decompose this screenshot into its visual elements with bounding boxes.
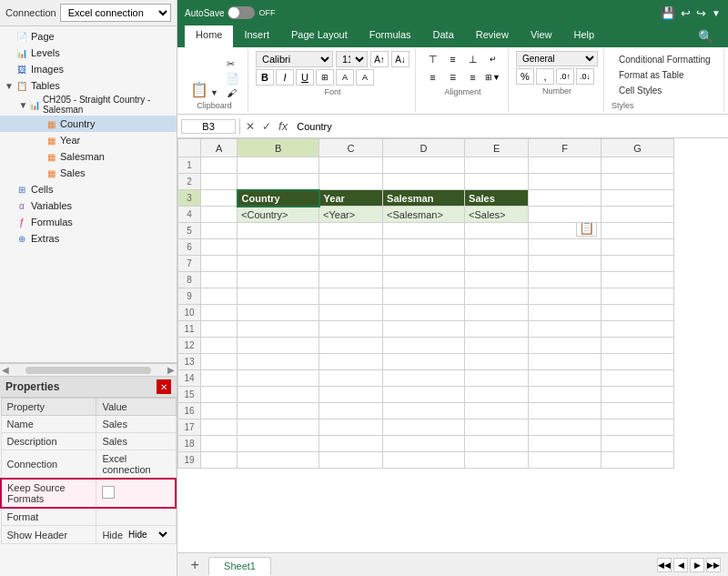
align-center-button[interactable]: ≡ bbox=[444, 69, 462, 86]
cell-a1[interactable] bbox=[201, 157, 238, 174]
col-header-a[interactable]: A bbox=[201, 139, 238, 157]
italic-button[interactable]: I bbox=[276, 69, 294, 86]
cell-c2[interactable] bbox=[319, 174, 383, 190]
cell-f3[interactable] bbox=[529, 190, 602, 207]
cell-b4[interactable]: <Country> bbox=[238, 207, 319, 223]
cell-g4[interactable] bbox=[602, 207, 674, 223]
conditional-formatting-button[interactable]: Conditional Formatting bbox=[615, 53, 714, 66]
redo-icon[interactable]: ↪ bbox=[696, 6, 706, 20]
tab-insert[interactable]: Insert bbox=[233, 25, 280, 47]
customize-icon[interactable]: ▼ bbox=[712, 8, 721, 18]
tree-item-extras[interactable]: ⊕ Extras bbox=[0, 230, 177, 247]
cell-b3[interactable]: Country bbox=[238, 190, 319, 207]
decrease-font-button[interactable]: A↓ bbox=[391, 51, 410, 67]
cell-g5[interactable] bbox=[602, 223, 674, 239]
cell-f4[interactable] bbox=[529, 207, 602, 223]
tab-page-layout[interactable]: Page Layout bbox=[280, 25, 359, 47]
paste-button[interactable]: 📋 ▼ bbox=[187, 81, 222, 99]
tab-help[interactable]: Help bbox=[563, 25, 606, 47]
cell-d1[interactable] bbox=[383, 157, 465, 174]
cell-a2[interactable] bbox=[201, 174, 238, 190]
tree-item-year[interactable]: ▦ Year bbox=[0, 132, 177, 148]
align-top-button[interactable]: ⊤ bbox=[424, 51, 442, 67]
tree-item-variables[interactable]: α Variables bbox=[0, 197, 177, 214]
col-header-c[interactable]: C bbox=[319, 139, 383, 157]
tree-item-page[interactable]: 📄 Page bbox=[0, 28, 177, 45]
col-header-d[interactable]: D bbox=[383, 139, 465, 157]
add-sheet-button[interactable]: + bbox=[185, 555, 205, 575]
show-header-select[interactable]: Hide Show bbox=[125, 529, 170, 541]
save-icon[interactable]: 💾 bbox=[661, 6, 675, 20]
tree-item-salesman[interactable]: ▦ Salesman bbox=[0, 148, 177, 165]
format-as-table-button[interactable]: Format as Table bbox=[615, 68, 714, 82]
underline-button[interactable]: U bbox=[296, 69, 314, 86]
prop-ksf-value[interactable] bbox=[96, 479, 176, 508]
align-left-button[interactable]: ≡ bbox=[424, 69, 442, 86]
tree-item-cells[interactable]: ⊞ Cells bbox=[0, 181, 177, 197]
col-header-e[interactable]: E bbox=[465, 139, 529, 157]
keep-source-formats-checkbox[interactable] bbox=[102, 486, 115, 499]
cell-e2[interactable] bbox=[465, 174, 529, 190]
cell-a3[interactable] bbox=[201, 190, 238, 207]
insert-function-icon[interactable]: fx bbox=[277, 119, 289, 133]
cell-styles-button[interactable]: Cell Styles bbox=[615, 84, 714, 97]
font-color-button[interactable]: A bbox=[356, 69, 374, 86]
cell-b5[interactable] bbox=[238, 223, 319, 239]
tab-formulas[interactable]: Formulas bbox=[359, 25, 422, 47]
cell-e3[interactable]: Sales bbox=[465, 190, 529, 207]
number-format-select[interactable]: General bbox=[516, 51, 598, 66]
prop-format-value[interactable] bbox=[96, 508, 176, 526]
align-bottom-button[interactable]: ⊥ bbox=[464, 51, 482, 67]
connection-select[interactable]: Excel connection bbox=[60, 4, 171, 22]
cell-g3[interactable] bbox=[602, 190, 674, 207]
tree-item-country[interactable]: ▦ Country bbox=[0, 116, 177, 132]
cell-c3[interactable]: Year bbox=[319, 190, 383, 207]
properties-close-button[interactable]: ✕ bbox=[157, 379, 171, 394]
fill-color-button[interactable]: A bbox=[336, 69, 354, 86]
ribbon-search-icon[interactable]: 🔍 bbox=[691, 25, 721, 47]
cell-c4[interactable]: <Year> bbox=[319, 207, 383, 223]
format-painter-button[interactable]: 🖌 bbox=[224, 86, 242, 99]
cell-a5[interactable] bbox=[201, 223, 238, 239]
comma-button[interactable]: , bbox=[536, 68, 554, 85]
tree-item-levels[interactable]: 📊 Levels bbox=[0, 45, 177, 61]
spreadsheet-grid[interactable]: A B C D E F G 1 bbox=[177, 138, 728, 552]
cell-g1[interactable] bbox=[602, 157, 674, 174]
increase-decimal-button[interactable]: .0↑ bbox=[556, 68, 574, 85]
cell-d3[interactable]: Salesman bbox=[383, 190, 465, 207]
paste-options-icon[interactable]: 📋 bbox=[576, 223, 597, 237]
cut-button[interactable]: ✂ bbox=[224, 57, 242, 71]
prop-desc-value[interactable]: Sales bbox=[96, 433, 176, 450]
align-middle-button[interactable]: ≡ bbox=[444, 51, 462, 67]
sheet-scroll-left-button[interactable]: ◀◀ bbox=[657, 558, 672, 572]
cell-e4[interactable]: <Sales> bbox=[465, 207, 529, 223]
cell-e1[interactable] bbox=[465, 157, 529, 174]
cell-d2[interactable] bbox=[383, 174, 465, 190]
cell-e5[interactable] bbox=[465, 223, 529, 239]
merge-cells-button[interactable]: ⊞▼ bbox=[484, 69, 502, 86]
formula-input[interactable] bbox=[293, 120, 724, 133]
percent-button[interactable]: % bbox=[516, 68, 534, 85]
sheet-tab-sheet1[interactable]: Sheet1 bbox=[208, 557, 271, 576]
tree-item-images[interactable]: 🖼 Images bbox=[0, 61, 177, 77]
tree-item-tables[interactable]: ▼ 📋 Tables bbox=[0, 77, 177, 94]
font-name-select[interactable]: Calibri bbox=[256, 51, 333, 67]
tree-item-formulas[interactable]: ƒ Formulas bbox=[0, 214, 177, 230]
cell-d4[interactable]: <Salesman> bbox=[383, 207, 465, 223]
wrap-text-button[interactable]: ↵ bbox=[484, 51, 502, 67]
col-header-f[interactable]: F bbox=[529, 139, 602, 157]
cell-d5[interactable] bbox=[383, 223, 465, 239]
border-button[interactable]: ⊞ bbox=[316, 69, 334, 86]
cell-g2[interactable] bbox=[602, 174, 674, 190]
col-header-b[interactable]: B bbox=[238, 139, 319, 157]
cell-a4[interactable] bbox=[201, 207, 238, 223]
autosave-toggle-switch[interactable] bbox=[228, 6, 255, 19]
decrease-decimal-button[interactable]: .0↓ bbox=[576, 68, 594, 85]
cell-reference-input[interactable] bbox=[181, 119, 236, 134]
prop-name-value[interactable]: Sales bbox=[96, 416, 176, 433]
cell-f5[interactable]: 📋 bbox=[529, 223, 602, 239]
col-header-g[interactable]: G bbox=[602, 139, 674, 157]
cell-c1[interactable] bbox=[319, 157, 383, 174]
undo-icon[interactable]: ↩ bbox=[681, 6, 691, 20]
tab-view[interactable]: View bbox=[520, 25, 563, 47]
